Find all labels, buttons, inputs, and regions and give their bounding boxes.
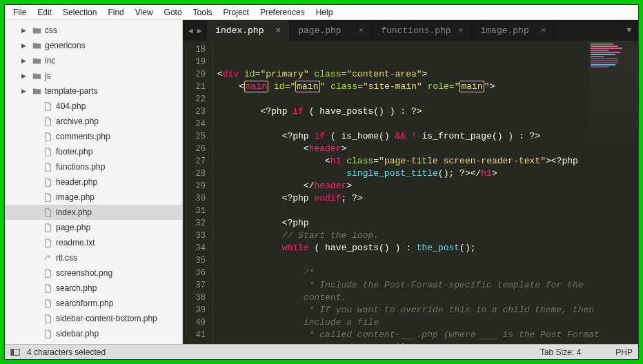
tree-item-label: sidebar.php — [56, 329, 99, 338]
close-tab-icon[interactable]: × — [358, 26, 364, 36]
folder-item-template-parts[interactable]: ▶template-parts — [5, 83, 182, 99]
file-icon — [42, 178, 53, 187]
expand-arrow-icon[interactable]: ▶ — [21, 42, 28, 49]
menu-find[interactable]: Find — [102, 6, 129, 19]
menu-tools[interactable]: Tools — [188, 6, 218, 19]
tab-label: functions.php — [381, 26, 451, 36]
file-item-comments-php[interactable]: comments.php — [5, 129, 182, 144]
tree-item-label: inc — [45, 56, 55, 65]
file-icon — [42, 148, 53, 156]
file-icon — [42, 102, 53, 111]
folder-icon — [31, 57, 42, 65]
file-tree-sidebar[interactable]: ▶css▶genericons▶inc▶js▶template-parts404… — [5, 20, 183, 344]
tree-item-label: css — [45, 26, 57, 35]
tree-item-label: page.php — [56, 223, 90, 232]
tab-size-status[interactable]: Tab Size: 4 — [540, 347, 581, 357]
tab-history-forward-icon[interactable]: ▶ — [196, 25, 204, 37]
tree-item-label: archive.php — [56, 117, 99, 126]
tab-image-php[interactable]: image.php× — [472, 20, 555, 41]
file-item-footer-php[interactable]: footer.php — [5, 144, 182, 159]
folder-icon — [31, 72, 42, 81]
tab-page-php[interactable]: page.php× — [290, 20, 373, 41]
file-item-sidebar-content-bottom-php[interactable]: sidebar-content-bottom.php — [5, 311, 182, 326]
folder-item-js[interactable]: ▶js — [5, 68, 182, 83]
tree-item-label: index.php — [56, 208, 92, 217]
file-item-search-php[interactable]: search.php — [5, 281, 182, 296]
tree-item-label: header.php — [56, 177, 97, 187]
tab-label: image.php — [480, 26, 528, 36]
file-item-functions-php[interactable]: functions.php — [5, 159, 182, 174]
folder-item-genericons[interactable]: ▶genericons — [5, 38, 182, 53]
close-tab-icon[interactable]: × — [275, 26, 281, 36]
expand-arrow-icon[interactable]: ▶ — [21, 88, 28, 94]
close-tab-icon[interactable]: × — [541, 26, 546, 36]
panel-toggle-icon[interactable] — [10, 347, 20, 357]
menu-goto[interactable]: Goto — [159, 6, 188, 19]
tab-functions-php[interactable]: functions.php× — [373, 20, 472, 41]
minimap[interactable] — [588, 41, 638, 179]
tab-bar: ◀ ▶ index.php×page.php×functions.php×ima… — [183, 20, 638, 41]
menu-preferences[interactable]: Preferences — [255, 6, 310, 19]
file-icon — [42, 163, 53, 172]
menu-view[interactable]: View — [130, 6, 159, 19]
folder-item-inc[interactable]: ▶inc — [5, 53, 182, 68]
selection-status: 4 characters selected — [27, 347, 106, 357]
menu-selection[interactable]: Selection — [57, 6, 102, 19]
tab-label: index.php — [215, 26, 264, 36]
tree-item-label: readme.txt — [56, 238, 95, 247]
file-item-404-php[interactable]: 404.php — [5, 99, 182, 114]
tree-item-label: footer.php — [56, 147, 92, 156]
file-item-searchform-php[interactable]: searchform.php — [5, 296, 182, 311]
menubar: File Edit Selection Find View Goto Tools… — [5, 5, 638, 20]
tree-item-label: template-parts — [45, 86, 98, 96]
file-item-screenshot-png[interactable]: screenshot.png — [5, 265, 182, 281]
close-tab-icon[interactable]: × — [458, 26, 464, 36]
svg-rect-1 — [11, 349, 14, 355]
tree-item-label: rtl.css — [56, 253, 77, 263]
menu-file[interactable]: File — [8, 6, 32, 19]
tree-item-label: 404.php — [56, 101, 86, 111]
file-icon — [42, 269, 53, 278]
file-icon — [42, 239, 53, 247]
file-item-page-php[interactable]: page.php — [5, 220, 182, 235]
file-icon — [42, 132, 53, 141]
tree-item-label: functions.php — [56, 162, 105, 172]
tab-index-php[interactable]: index.php× — [207, 20, 290, 41]
folder-icon — [31, 41, 42, 50]
file-icon — [42, 299, 53, 308]
file-item-image-php[interactable]: image.php — [5, 190, 182, 205]
tree-item-label: js — [45, 71, 51, 81]
line-gutter: 1819202122232425262728293031323334353637… — [183, 41, 213, 344]
language-status[interactable]: PHP — [615, 347, 633, 357]
tree-item-label: search.php — [56, 283, 97, 293]
file-icon — [42, 117, 53, 126]
css-file-icon: /* — [42, 254, 53, 262]
file-item-sidebar-php[interactable]: sidebar.php — [5, 326, 182, 341]
file-item-rtl-css[interactable]: /*rtl.css — [5, 250, 182, 265]
expand-arrow-icon[interactable]: ▶ — [21, 57, 28, 64]
tab-history-back-icon[interactable]: ◀ — [187, 25, 195, 37]
file-icon — [42, 314, 53, 323]
code-editor: ◀ ▶ index.php×page.php×functions.php×ima… — [183, 20, 638, 344]
tab-menu-dropdown-icon[interactable]: ▼ — [620, 26, 638, 34]
menu-edit[interactable]: Edit — [32, 6, 57, 19]
tree-item-label: comments.php — [56, 132, 110, 141]
file-icon — [42, 223, 53, 232]
file-icon — [42, 330, 53, 338]
file-item-archive-php[interactable]: archive.php — [5, 114, 182, 129]
tree-item-label: screenshot.png — [56, 268, 112, 278]
folder-icon — [31, 26, 42, 35]
file-item-readme-txt[interactable]: readme.txt — [5, 235, 182, 250]
menu-help[interactable]: Help — [310, 6, 339, 19]
tree-item-label: genericons — [45, 41, 86, 50]
code-area[interactable]: <div id="primary" class="content-area"> … — [213, 41, 638, 344]
folder-item-css[interactable]: ▶css — [5, 23, 182, 38]
file-item-header-php[interactable]: header.php — [5, 174, 182, 190]
status-bar: 4 characters selected Tab Size: 4 PHP — [5, 344, 638, 359]
file-icon — [42, 193, 53, 202]
tab-label: page.php — [298, 26, 341, 36]
expand-arrow-icon[interactable]: ▶ — [21, 72, 28, 79]
file-item-index-php[interactable]: index.php — [5, 205, 182, 220]
expand-arrow-icon[interactable]: ▶ — [21, 27, 28, 34]
menu-project[interactable]: Project — [218, 6, 255, 19]
